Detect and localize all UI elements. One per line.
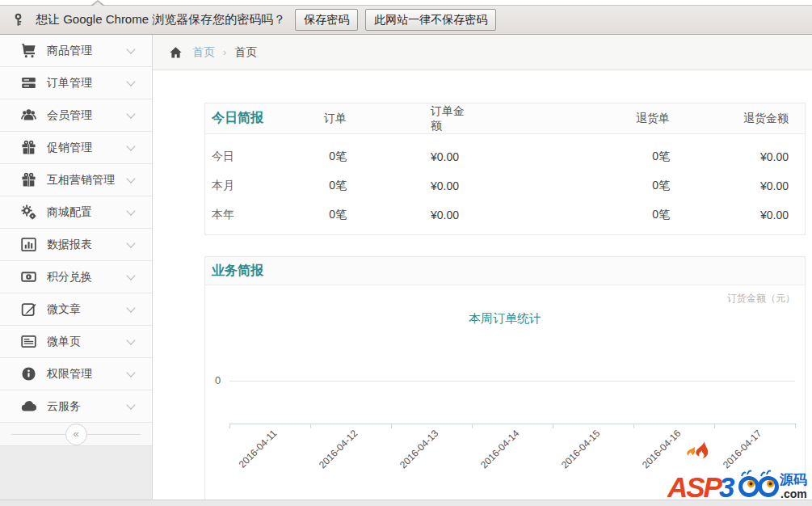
today-summary-panel: 今日简报 订单订单金额退货单退货金额 今日 0笔 ¥0.00 0笔 ¥0.00 … — [204, 103, 806, 235]
breadcrumb-home-link[interactable]: 首页 — [192, 45, 215, 60]
returns-count-cell: 0笔 — [468, 208, 670, 222]
row-label: 今日 — [205, 150, 322, 164]
home-icon — [169, 46, 183, 59]
sidebar-item-mutual-marketing[interactable]: 互相营销管理 — [0, 164, 152, 196]
never-save-password-button[interactable]: 此网站一律不保存密码 — [365, 9, 496, 31]
sidebar-item-label: 权限管理 — [47, 367, 92, 382]
banknote-icon — [21, 269, 36, 285]
returns-amount-cell: ¥0.00 — [670, 179, 805, 192]
cart-icon — [21, 43, 36, 58]
chart-y-axis-unit: 订货金额（元） — [727, 292, 795, 306]
sidebar-item-data-reports[interactable]: 数据报表 — [0, 229, 152, 261]
x-axis-tick — [229, 424, 230, 428]
infobar-notch-inner — [92, 2, 103, 6]
bar-chart-icon — [21, 237, 36, 252]
sidebar-item-label: 互相营销管理 — [47, 173, 115, 188]
sidebar-item-label: 微文章 — [47, 302, 81, 317]
chevron-down-icon — [126, 335, 135, 344]
x-axis-label: 2016-04-12 — [317, 428, 360, 470]
table-row: 本月 0笔 ¥0.00 0笔 ¥0.00 — [205, 171, 805, 200]
orders-amount-cell: ¥0.00 — [347, 150, 468, 163]
sidebar-collapse-button[interactable]: « — [65, 424, 87, 445]
column-header: 退货金额 — [670, 112, 805, 126]
x-axis-tick — [714, 424, 715, 428]
breadcrumb-separator: › — [223, 46, 226, 58]
breadcrumb-current: 首页 — [234, 45, 257, 60]
sidebar-item-label: 订单管理 — [47, 76, 92, 91]
sidebar-item-points-exchange[interactable]: 积分兑换 — [0, 261, 152, 293]
y-axis-tick-label: 0 — [215, 374, 221, 386]
business-summary-title: 业务简报 — [212, 263, 263, 280]
chevron-down-icon — [126, 271, 135, 280]
sidebar-item-label: 促销管理 — [47, 141, 92, 155]
sidebar-item-label: 微单页 — [47, 335, 81, 349]
chart-title: 本周订单统计 — [205, 311, 805, 327]
table-row: 今日 0笔 ¥0.00 0笔 ¥0.00 — [205, 142, 805, 171]
sidebar-item-promotions[interactable]: 促销管理 — [0, 132, 152, 164]
chevron-down-icon — [126, 77, 135, 86]
page-icon — [21, 334, 36, 349]
sidebar-item-label: 数据报表 — [47, 238, 92, 252]
sidebar-item-members[interactable]: 会员管理 — [0, 99, 152, 132]
page: 想让 Google Chrome 浏览器保存您的密码吗？ 保存密码 此网站一律不… — [0, 0, 812, 506]
sidebar-item-permissions[interactable]: 权限管理 — [0, 358, 152, 390]
today-summary-title: 今日简报 — [205, 110, 322, 127]
flame-icon — [687, 441, 708, 458]
x-axis-label: 2016-04-15 — [559, 428, 602, 470]
chevron-down-icon — [126, 400, 135, 409]
chevron-down-icon — [126, 174, 135, 183]
key-icon — [11, 13, 25, 27]
chevron-down-icon — [126, 109, 135, 118]
returns-amount-cell: ¥0.00 — [670, 209, 805, 221]
sidebar-collapse-row: « — [0, 423, 152, 446]
sidebar-item-cloud-services[interactable]: 云服务 — [0, 390, 152, 423]
orders-count-cell: 0笔 — [322, 179, 347, 193]
sidebar-item-orders[interactable]: 订单管理 — [0, 67, 152, 99]
sidebar: 商品管理 订单管理 会员管理 促销管理 互相营销管理 — [0, 35, 153, 506]
watermark-cn-text: 源码 — [779, 472, 807, 487]
sidebar-item-label: 商城配置 — [47, 205, 92, 220]
orders-icon — [21, 75, 36, 91]
sidebar-item-label: 积分兑换 — [47, 270, 92, 285]
column-header: 订单 — [322, 112, 347, 126]
main-content: 首页 › 首页 今日简报 订单订单金额退货单退货金额 今日 0笔 ¥0.00 0… — [153, 35, 812, 506]
x-axis-line — [229, 424, 797, 424]
gift-icon — [21, 172, 36, 188]
x-axis-label: 2016-04-11 — [236, 428, 279, 470]
x-axis-tick — [553, 424, 553, 428]
chevron-down-icon — [126, 238, 135, 247]
orders-count-cell: 0笔 — [322, 208, 347, 222]
save-password-button[interactable]: 保存密码 — [295, 9, 358, 31]
users-icon — [21, 108, 36, 123]
sidebar-item-label: 商品管理 — [47, 44, 92, 58]
business-summary-header: 业务简报 — [205, 257, 805, 285]
cloud-icon — [21, 398, 36, 414]
today-summary-header: 今日简报 订单订单金额退货单退货金额 — [205, 103, 805, 134]
returns-amount-cell: ¥0.00 — [670, 150, 805, 163]
chevron-down-icon — [126, 303, 135, 312]
column-header: 退货单 — [468, 112, 670, 126]
sidebar-item-micro-pages[interactable]: 微单页 — [0, 326, 152, 358]
row-label: 本月 — [205, 179, 322, 193]
chevron-down-icon — [126, 368, 135, 377]
sidebar-item-micro-articles[interactable]: 微文章 — [0, 293, 152, 326]
x-axis-tick — [795, 424, 796, 428]
info-icon — [21, 366, 36, 382]
x-axis-tick — [633, 424, 634, 428]
sidebar-item-label: 会员管理 — [47, 108, 92, 123]
x-axis-label: 2016-04-13 — [398, 428, 440, 470]
pencil-icon — [21, 301, 36, 317]
watermark-zero-eye — [760, 471, 777, 495]
chevron-down-icon — [126, 206, 135, 215]
sidebar-item-mall-config[interactable]: 商城配置 — [0, 196, 152, 229]
column-header: 订单金额 — [347, 104, 468, 133]
returns-count-cell: 0笔 — [468, 179, 670, 193]
orders-amount-cell: ¥0.00 — [347, 209, 468, 221]
chevron-down-icon — [126, 44, 135, 53]
watermark-asp-text: ASP — [667, 471, 723, 503]
breadcrumb: 首页 › 首页 — [153, 35, 812, 70]
x-axis-tick — [310, 424, 311, 428]
sidebar-fill — [0, 446, 152, 506]
zero-gridline — [229, 381, 795, 382]
sidebar-item-products[interactable]: 商品管理 — [0, 35, 152, 67]
